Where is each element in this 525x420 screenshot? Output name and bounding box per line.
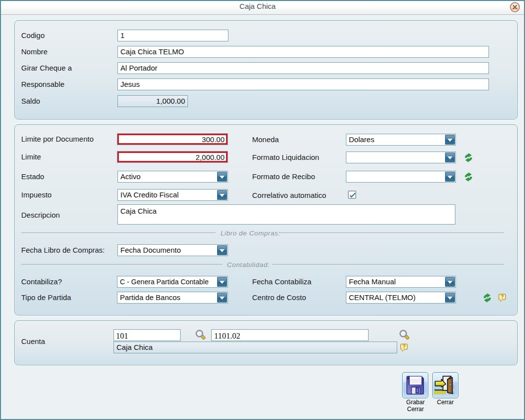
svg-text:?: ? bbox=[403, 344, 406, 349]
svg-text:?: ? bbox=[501, 294, 504, 300]
